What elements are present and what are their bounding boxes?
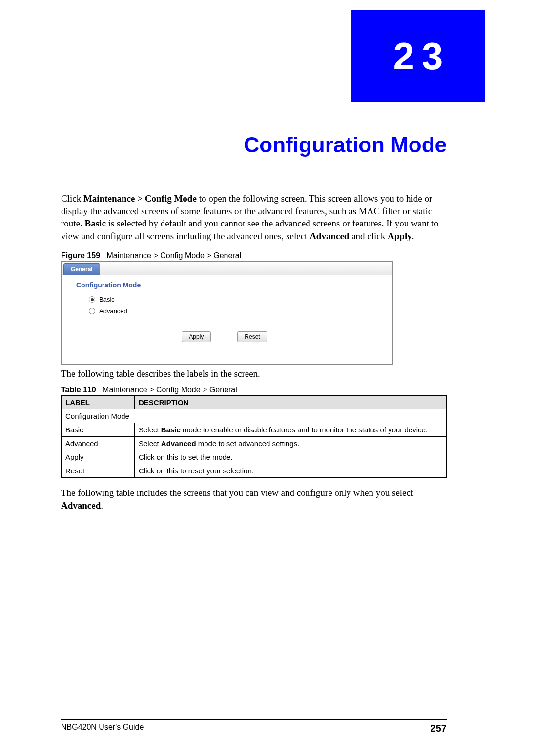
table-caption-text: Maintenance > Config Mode > General: [103, 386, 237, 394]
after-table-post: .: [101, 500, 103, 511]
embedded-screenshot: General Configuration Mode BasicAdvanced…: [61, 261, 393, 365]
bold-term: Basic: [161, 426, 181, 434]
chapter-title: Configuration Mode: [61, 133, 447, 157]
table-label: Table 110: [61, 386, 96, 394]
radio-icon[interactable]: [89, 308, 95, 314]
table-label-cell: Basic: [62, 423, 135, 437]
after-figure-text: The following table describes the labels…: [61, 368, 447, 380]
bold-term: Advanced: [161, 439, 196, 448]
table-label-cell: Advanced: [62, 437, 135, 450]
bold-term: Basic: [85, 218, 106, 228]
radio-row[interactable]: Basic: [89, 294, 392, 306]
table-desc-cell: Click on this to set the mode.: [135, 450, 447, 464]
table-desc-cell: Select Basic mode to enable or disable f…: [135, 423, 447, 437]
content-area: Configuration Mode Click Maintenance > C…: [61, 117, 447, 517]
radio-icon[interactable]: [89, 296, 95, 303]
chapter-number: 23: [393, 34, 451, 79]
tab-general[interactable]: General: [63, 263, 100, 275]
table-label-cell: Apply: [62, 450, 135, 464]
description-table: LABEL DESCRIPTION Configuration ModeBasi…: [61, 395, 447, 478]
bold-term: Advanced: [309, 231, 349, 241]
table-row: Configuration Mode: [62, 409, 447, 423]
chapter-number-box: 23: [351, 10, 485, 102]
figure-caption: Figure 159 Maintenance > Config Mode > G…: [61, 251, 447, 260]
table-row: ResetClick on this to reset your selecti…: [62, 464, 447, 478]
table-row: AdvancedSelect Advanced mode to set adva…: [62, 437, 447, 450]
table-caption: Table 110 Maintenance > Config Mode > Ge…: [61, 386, 447, 394]
tab-row: General: [62, 262, 392, 275]
bold-term: Maintenance > Config Mode: [83, 193, 197, 204]
intro-paragraph: Click Maintenance > Config Mode to open …: [61, 192, 447, 243]
table-desc-cell: Select Advanced mode to set advanced set…: [135, 437, 447, 450]
reset-button[interactable]: Reset: [237, 331, 267, 342]
after-table-pre: The following table includes the screens…: [61, 488, 413, 498]
radio-group: BasicAdvanced: [62, 294, 392, 317]
bold-term: Apply: [388, 231, 412, 241]
radio-row[interactable]: Advanced: [89, 306, 392, 317]
button-row: Apply Reset: [62, 331, 392, 342]
table-section-cell: Configuration Mode: [62, 409, 447, 423]
figure-label: Figure 159: [61, 251, 100, 260]
radio-label: Basic: [99, 296, 115, 303]
panel-heading: Configuration Mode: [62, 275, 392, 294]
footer-guide-name: NBG420N User's Guide: [61, 723, 144, 734]
after-table-text: The following table includes the screens…: [61, 487, 447, 511]
page-footer: NBG420N User's Guide 257: [61, 719, 447, 734]
table-header-description: DESCRIPTION: [135, 396, 447, 409]
table-row: BasicSelect Basic mode to enable or disa…: [62, 423, 447, 437]
apply-button[interactable]: Apply: [182, 331, 211, 342]
table-row: ApplyClick on this to set the mode.: [62, 450, 447, 464]
table-desc-cell: Click on this to reset your selection.: [135, 464, 447, 478]
page-number: 257: [431, 723, 447, 734]
divider: [166, 327, 332, 327]
radio-label: Advanced: [99, 307, 127, 315]
figure-caption-text: Maintenance > Config Mode > General: [106, 251, 241, 260]
after-table-bold: Advanced: [61, 500, 101, 511]
table-label-cell: Reset: [62, 464, 135, 478]
table-header-label: LABEL: [62, 396, 135, 409]
